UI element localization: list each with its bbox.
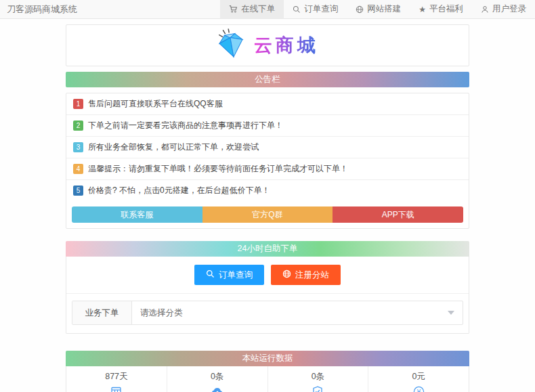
- category-select[interactable]: 请选择分类: [132, 301, 463, 324]
- shield-check-icon: [268, 385, 368, 392]
- notice-text: 所有业务全部恢复，都可以正常下单，欢迎尝试: [88, 141, 259, 153]
- main-content: 云商城 公告栏 1 售后问题可直接联系平台在线QQ客服 2 下单之前请一定要看完…: [66, 24, 469, 392]
- notice-item: 5 价格贵? 不怕，点击0元搭建，在后台超低价下单！: [66, 180, 469, 201]
- stat-value: 0元: [368, 371, 469, 383]
- notice-number-badge: 4: [73, 164, 83, 174]
- stat-operating-days: 877天 本站运营天数: [66, 366, 167, 392]
- site-brand: 刀客源码商城系统: [7, 3, 77, 16]
- svg-text:¥: ¥: [416, 387, 421, 392]
- notice-text: 价格贵? 不怕，点击0元搭建，在后台超低价下单！: [88, 185, 270, 196]
- notice-item: 2 下单之前请一定要看完该商品的注意事项再进行下单！: [66, 115, 469, 137]
- stat-order-count: 0条 本站订单数量: [167, 366, 268, 392]
- notice-board-card: 1 售后问题可直接联系平台在线QQ客服 2 下单之前请一定要看完该商品的注意事项…: [66, 93, 469, 229]
- notice-text: 售后问题可直接联系平台在线QQ客服: [88, 98, 223, 110]
- stat-value: 0条: [268, 371, 368, 383]
- chevron-down-icon: [448, 311, 454, 315]
- stat-total-transactions: 0元 ¥ 累计交易金额: [368, 366, 469, 392]
- logo-card: 云商城: [66, 24, 469, 66]
- nav-item-label: 平台福利: [429, 3, 463, 15]
- search-icon: [293, 5, 301, 14]
- contact-service-button[interactable]: 联系客服: [72, 206, 202, 223]
- divider: [66, 293, 469, 294]
- nav-item-label: 订单查询: [304, 3, 338, 15]
- app-download-button[interactable]: APP下载: [333, 206, 463, 223]
- cart-icon: [229, 5, 238, 14]
- site-stats-section: 本站运行数据 877天 本站运营天数 0条 本站订单数量: [66, 351, 469, 392]
- nav-item-platform-benefits[interactable]: ★ 平台福利: [410, 0, 472, 18]
- self-order-header: 24小时自助下单: [66, 241, 469, 257]
- register-substation-button[interactable]: 注册分站: [271, 265, 341, 285]
- notice-item: 4 温馨提示：请勿重复下单哦！必须要等待前面任务订单完成才可以下单！: [66, 158, 469, 180]
- stat-value: 0条: [167, 371, 268, 383]
- order-buttons-row: 订单查询 注册分站: [66, 257, 469, 293]
- top-navbar: 刀客源码商城系统 在线下单 订单查询 网站搭建 ★: [0, 0, 535, 19]
- calendar-icon: [66, 385, 167, 392]
- star-icon: ★: [419, 5, 426, 14]
- site-stats-card: 877天 本站运营天数 0条 本站订单数量 0条: [66, 366, 469, 392]
- order-query-button[interactable]: 订单查询: [194, 265, 264, 285]
- notice-number-badge: 2: [73, 121, 83, 131]
- notice-number-badge: 1: [73, 99, 83, 109]
- self-order-section: 24小时自助下单 订单查询 注册分站: [66, 241, 469, 334]
- notice-item: 3 所有业务全部恢复，都可以正常下单，欢迎尝试: [66, 137, 469, 158]
- site-stats-header: 本站运行数据: [66, 351, 469, 366]
- stat-value: 877天: [66, 371, 167, 383]
- order-query-button-label: 订单查询: [219, 269, 253, 281]
- notice-text: 下单之前请一定要看完该商品的注意事项再进行下单！: [88, 120, 283, 131]
- nav-item-user-login[interactable]: 用户登录: [472, 0, 535, 18]
- notice-number-badge: 5: [73, 186, 83, 196]
- self-order-card: 订单查询 注册分站 业务下单 请选择分类: [66, 257, 469, 334]
- globe-icon: [282, 269, 291, 280]
- diamond-icon: [216, 28, 247, 62]
- page: 刀客源码商城系统 在线下单 订单查询 网站搭建 ★: [0, 0, 535, 392]
- yen-circle-icon: ¥: [368, 385, 469, 392]
- nav-menu: 在线下单 订单查询 网站搭建 ★ 平台福利: [220, 0, 535, 18]
- cloud-upload-icon: [167, 385, 268, 392]
- nav-item-label: 用户登录: [492, 3, 526, 15]
- stat-processed-orders: 0条 已处理订单数: [268, 366, 369, 392]
- globe-icon: [356, 5, 364, 14]
- business-order-label: 业务下单: [72, 301, 132, 324]
- nav-item-online-order[interactable]: 在线下单: [220, 0, 284, 18]
- notice-text: 温馨提示：请勿重复下单哦！必须要等待前面任务订单完成才可以下单！: [88, 163, 348, 175]
- site-logo-text: 云商城: [254, 33, 319, 58]
- notice-number-badge: 3: [73, 142, 83, 152]
- category-select-value: 请选择分类: [140, 307, 183, 319]
- user-icon: [481, 5, 489, 14]
- nav-item-site-build[interactable]: 网站搭建: [347, 0, 410, 18]
- notice-item: 1 售后问题可直接联系平台在线QQ客服: [66, 93, 469, 115]
- business-order-form-row: 业务下单 请选择分类: [72, 301, 463, 325]
- notice-action-buttons: 联系客服 官方Q群 APP下载: [72, 206, 463, 223]
- search-icon: [206, 269, 215, 280]
- nav-item-label: 网站搭建: [367, 3, 401, 15]
- nav-item-order-query[interactable]: 订单查询: [284, 0, 347, 18]
- nav-item-label: 在线下单: [241, 3, 275, 15]
- notice-board-header: 公告栏: [66, 72, 469, 87]
- official-qq-group-button[interactable]: 官方Q群: [202, 206, 333, 223]
- register-substation-button-label: 注册分站: [295, 269, 329, 281]
